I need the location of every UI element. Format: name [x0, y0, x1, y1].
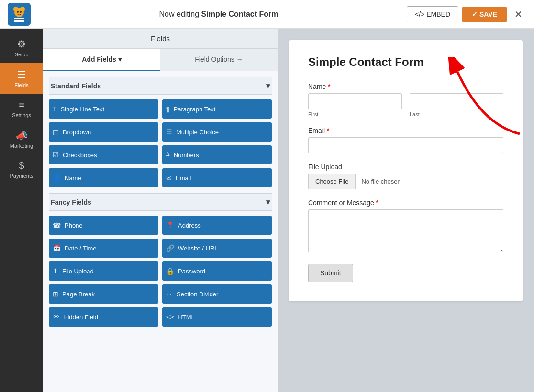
field-btn-phone[interactable]: ☎ Phone [49, 216, 158, 235]
field-btn-single-line-text[interactable]: T Single Line Text [49, 99, 158, 119]
email-input[interactable] [308, 137, 503, 153]
settings-icon: ≡ [19, 99, 24, 110]
header-title: Now editing Simple Contact Form [159, 10, 278, 19]
logo-area [8, 3, 31, 26]
field-btn-address[interactable]: 📍 Address [162, 216, 272, 235]
sidebar-item-fields[interactable]: ☰ Fields [0, 63, 43, 94]
preview-panel: Simple Contact Form Name * First Last [278, 29, 534, 392]
website-url-icon: 🔗 [166, 244, 174, 252]
field-btn-password[interactable]: 🔒 Password [162, 261, 272, 281]
first-name-sublabel: First [308, 111, 402, 117]
form-field-comment: Comment or Message * [308, 199, 503, 254]
form-divider [308, 73, 503, 73]
save-button[interactable]: ✓ SAVE [462, 7, 507, 22]
field-btn-file-upload[interactable]: ⬆ File Upload [49, 261, 158, 281]
multiple-choice-icon: ☰ [166, 128, 172, 136]
fields-content: Standard Fields ▾ T Single Line Text ¶ P… [43, 71, 278, 392]
svg-point-3 [20, 7, 25, 11]
fields-icon: ☰ [17, 69, 26, 80]
field-btn-dropdown[interactable]: ▤ Dropdown [49, 122, 158, 142]
svg-point-2 [13, 7, 18, 11]
svg-point-4 [17, 11, 19, 13]
field-btn-email[interactable]: ✉ Email [162, 168, 272, 187]
gear-icon: ⚙ [17, 38, 26, 50]
tab-add-fields[interactable]: Add Fields ▾ [43, 49, 160, 71]
name-required-star: * [326, 83, 330, 90]
field-btn-checkboxes[interactable]: ☑ Checkboxes [49, 145, 158, 164]
no-file-label: No file chosen [356, 174, 406, 189]
name-icon: 👤 [53, 174, 61, 182]
date-time-icon: 📅 [53, 244, 61, 252]
standard-fields-label: Standard Fields [51, 82, 101, 90]
sidebar-label-setup: Setup [15, 52, 29, 57]
sidebar-label-settings: Settings [12, 112, 31, 118]
email-icon: ✉ [166, 174, 172, 182]
fields-panel: Fields Add Fields ▾ Field Options → Stan… [43, 29, 278, 392]
phone-icon: ☎ [53, 221, 61, 229]
form-title: Simple Contact Form [308, 55, 503, 69]
field-btn-numbers[interactable]: # Numbers [162, 145, 272, 164]
comment-textarea[interactable] [308, 209, 503, 252]
first-name-input[interactable] [308, 93, 402, 109]
field-btn-multiple-choice[interactable]: ☰ Multiple Choice [162, 122, 272, 142]
field-btn-paragraph-text[interactable]: ¶ Paragraph Text [162, 99, 272, 119]
tab-bar: Add Fields ▾ Field Options → [43, 49, 278, 71]
dropdown-icon: ▤ [53, 128, 59, 136]
sidebar-item-marketing[interactable]: 📣 Marketing [0, 124, 43, 154]
file-upload-icon: ⬆ [53, 267, 58, 275]
field-btn-date-time[interactable]: 📅 Date / Time [49, 239, 158, 258]
sidebar-item-settings[interactable]: ≡ Settings [0, 94, 43, 124]
section-divider-icon: ↔ [166, 290, 173, 298]
last-name-col: Last [410, 93, 503, 117]
paragraph-text-icon: ¶ [166, 105, 170, 113]
hidden-field-icon: 👁 [53, 313, 59, 321]
sidebar-label-fields: Fields [14, 82, 28, 88]
html-icon: <> [166, 313, 174, 321]
form-field-file-upload: File Upload Choose File No file chosen [308, 163, 503, 189]
field-btn-website-url[interactable]: 🔗 Website / URL [162, 239, 272, 258]
marketing-icon: 📣 [16, 130, 28, 141]
sidebar: ⚙ Setup ☰ Fields ≡ Settings 📣 Marketing … [0, 29, 43, 392]
standard-fields-section-header: Standard Fields ▾ [49, 77, 272, 95]
file-upload-label: File Upload [308, 163, 503, 171]
sidebar-item-payments[interactable]: $ Payments [0, 154, 43, 185]
first-name-col: First [308, 93, 402, 117]
svg-point-5 [20, 11, 22, 13]
form-field-email: Email * [308, 127, 503, 153]
file-upload-row: Choose File No file chosen [308, 174, 407, 189]
password-icon: 🔒 [166, 267, 174, 275]
last-name-input[interactable] [410, 93, 503, 109]
standard-fields-grid: T Single Line Text ¶ Paragraph Text ▤ Dr… [49, 99, 272, 187]
field-btn-html[interactable]: <> HTML [162, 307, 272, 327]
tab-field-options[interactable]: Field Options → [160, 49, 278, 71]
submit-button[interactable]: Submit [308, 264, 353, 282]
close-button[interactable]: ✕ [511, 7, 526, 22]
comment-label: Comment or Message * [308, 199, 503, 207]
field-btn-section-divider[interactable]: ↔ Section Divider [162, 284, 272, 304]
fancy-fields-grid: ☎ Phone 📍 Address 📅 Date / Time 🔗 Websit… [49, 216, 272, 327]
field-btn-name[interactable]: 👤 Name [49, 168, 158, 187]
last-name-sublabel: Last [410, 111, 503, 117]
payments-icon: $ [19, 160, 24, 171]
fancy-fields-toggle[interactable]: ▾ [266, 197, 270, 207]
app-logo [8, 3, 31, 26]
field-btn-hidden-field[interactable]: 👁 Hidden Field [49, 307, 158, 327]
field-btn-page-break[interactable]: ⊞ Page Break [49, 284, 158, 304]
single-line-text-icon: T [53, 105, 57, 113]
email-required-star: * [325, 127, 329, 134]
top-header: Now editing Simple Contact Form </> EMBE… [0, 0, 534, 29]
sidebar-item-setup[interactable]: ⚙ Setup [0, 33, 43, 63]
name-row: First Last [308, 93, 503, 117]
choose-file-button[interactable]: Choose File [309, 174, 356, 189]
comment-required-star: * [374, 199, 378, 207]
embed-button[interactable]: </> EMBED [407, 6, 458, 22]
form-field-name: Name * First Last [308, 83, 503, 117]
fields-panel-header: Fields [43, 29, 278, 49]
fancy-fields-section-header: Fancy Fields ▾ [49, 193, 272, 211]
header-actions: </> EMBED ✓ SAVE ✕ [407, 6, 526, 22]
sidebar-label-marketing: Marketing [10, 143, 33, 149]
standard-fields-toggle[interactable]: ▾ [266, 81, 270, 90]
main-layout: ⚙ Setup ☰ Fields ≡ Settings 📣 Marketing … [0, 29, 534, 392]
sidebar-label-payments: Payments [10, 173, 33, 179]
page-break-icon: ⊞ [53, 290, 58, 298]
